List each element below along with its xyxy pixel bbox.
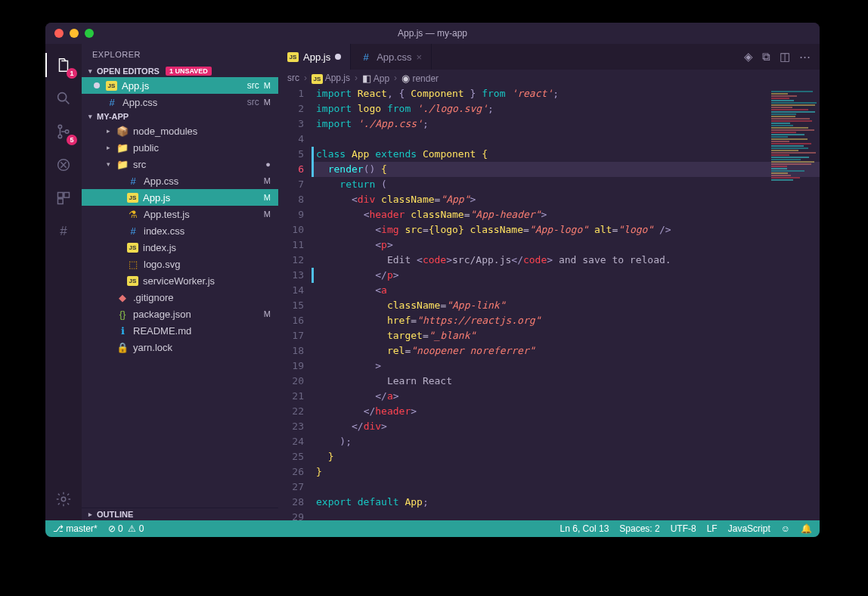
line-number: 3 [278,116,304,132]
compare-changes-icon[interactable]: ◈ [744,50,753,64]
activity-settings-icon[interactable] [45,484,82,514]
maximize-window-button[interactable] [85,29,94,38]
project-header[interactable]: ▾ MY-APP [82,110,278,123]
status-eol[interactable]: LF [707,523,718,534]
tree-item[interactable]: ▸📦 node_modules [82,123,278,139]
code-line[interactable]: <div className="App"> [312,192,820,207]
code-line[interactable]: className="App-link" [312,298,820,313]
line-number: 28 [278,495,304,510]
minimize-window-button[interactable] [70,29,79,38]
activity-bracket-pair-icon[interactable]: # [45,216,82,247]
code-line[interactable]: > [312,359,820,374]
activity-extensions-icon[interactable] [45,183,82,213]
tree-item[interactable]: # index.css [82,222,278,239]
code-line[interactable] [312,510,820,520]
code-line[interactable]: class App extends Component { [312,147,820,162]
code-line[interactable]: <a [312,283,820,298]
tree-item[interactable]: ◆ .gitignore [82,289,278,306]
tree-item-label: index.js [143,242,266,253]
breadcrumb-item[interactable]: ◉ render [401,73,439,84]
code-line[interactable]: import logo from './logo.svg'; [312,101,820,116]
outline-header[interactable]: ▸ OUTLINE [82,508,278,520]
status-feedback-icon[interactable]: ☺ [781,523,790,534]
code-line[interactable] [312,480,820,495]
tree-item[interactable]: 🔒 yarn.lock [82,339,278,355]
code-line[interactable]: rel="noopener noreferrer" [312,343,820,359]
line-number: 2 [278,101,304,116]
activity-search-icon[interactable] [45,83,82,113]
chevron-down-icon: ▾ [86,67,94,75]
code-line[interactable]: import React, { Component } from 'react'… [312,86,820,101]
open-editors-header[interactable]: ▾ OPEN EDITORS 1 UNSAVED [82,65,278,77]
code-line[interactable]: export default App; [312,495,820,510]
status-bell-icon[interactable]: 🔔 [801,523,812,534]
tree-item-label: App.css [144,175,259,187]
editor-tab[interactable]: JS App.js [278,44,351,70]
code-line[interactable]: <header className="App-header"> [312,207,820,222]
code-line[interactable]: <img src={logo} className="App-logo" alt… [312,222,820,237]
open-editor-item[interactable]: # App.css src M [82,94,278,110]
breadcrumb-item[interactable]: JS App.js [312,73,350,84]
breadcrumb[interactable]: src › JS App.js › ◧ App › ◉ render [278,70,820,86]
code-line[interactable]: </header> [312,404,820,419]
editor-tab[interactable]: # App.css × [351,44,432,70]
line-number: 15 [278,298,304,313]
tree-item[interactable]: # App.css M [82,172,278,189]
status-spaces[interactable]: Spaces: 2 [619,523,659,534]
code-line[interactable]: </a> [312,389,820,404]
tree-item[interactable]: ⬚ logo.svg [82,256,278,272]
tree-item-label: src [133,159,261,170]
code-line[interactable]: ); [312,434,820,449]
tree-item[interactable]: JS index.js [82,239,278,256]
tree-item[interactable]: ℹ README.md [82,322,278,339]
activity-explorer-icon[interactable]: 1 [45,50,82,80]
tree-item[interactable]: ▾📁 src ● [82,156,278,172]
status-language[interactable]: JavaScript [728,523,770,534]
code-line[interactable] [312,132,820,147]
line-number: 26 [278,464,304,480]
code-line[interactable]: <p> [312,237,820,253]
code-line[interactable]: Edit <code>src/App.js</code> and save to… [312,253,820,268]
code-line[interactable]: return ( [312,177,820,192]
git-status: M [264,81,271,90]
code-line[interactable]: } [312,464,820,480]
git-status: M [264,193,271,202]
status-bar: ⎇ master* ⊘ 0 ⚠ 0 Ln 6, Col 13 Spaces: 2… [45,520,820,537]
status-encoding[interactable]: UTF-8 [671,523,696,534]
tab-bar: JS App.js # App.css × ◈ ⧉ ◫ ⋯ [278,44,820,70]
line-number: 10 [278,222,304,237]
code-editor[interactable]: 1234567891011121314151617181920212223242… [278,86,820,520]
tree-item[interactable]: ▸📁 public [82,139,278,156]
open-editor-item[interactable]: JS App.js src M [82,77,278,94]
tree-item[interactable]: ⚗ App.test.js M [82,206,278,222]
code-line[interactable]: import './App.css'; [312,116,820,132]
code-line[interactable]: href="https://reactjs.org" [312,313,820,328]
open-changes-icon[interactable]: ⧉ [762,50,770,64]
status-branch[interactable]: ⎇ master* [53,523,98,534]
code-line[interactable]: </div> [312,419,820,434]
git-status: M [264,210,271,219]
status-problems[interactable]: ⊘ 0 ⚠ 0 [108,523,144,534]
activity-debug-icon[interactable] [45,150,82,180]
activity-source-control-icon[interactable]: 5 [45,116,82,147]
code-line[interactable]: Learn React [312,374,820,389]
tree-item[interactable]: JS serviceWorker.js [82,272,278,289]
code-line[interactable]: </p> [312,268,820,283]
close-window-button[interactable] [54,29,64,38]
tree-item[interactable]: JS App.js M [82,189,278,206]
code-line[interactable]: } [312,449,820,464]
code-line[interactable]: render() { [312,162,820,177]
close-tab-icon[interactable]: × [416,51,422,63]
line-number: 1 [278,86,304,101]
breadcrumb-item[interactable]: ◧ App [362,73,389,84]
line-number: 16 [278,313,304,328]
code-line[interactable]: target="_blank" [312,328,820,343]
titlebar[interactable]: App.js — my-app [45,23,820,44]
sidebar: EXPLORER ▾ OPEN EDITORS 1 UNSAVED JS App… [82,44,278,520]
more-actions-icon[interactable]: ⋯ [799,50,811,64]
status-cursor[interactable]: Ln 6, Col 13 [560,523,609,534]
tree-item[interactable]: {} package.json M [82,306,278,322]
split-editor-icon[interactable]: ◫ [780,50,790,64]
code-content[interactable]: import React, { Component } from 'react'… [312,86,820,520]
breadcrumb-item[interactable]: src [287,73,299,83]
